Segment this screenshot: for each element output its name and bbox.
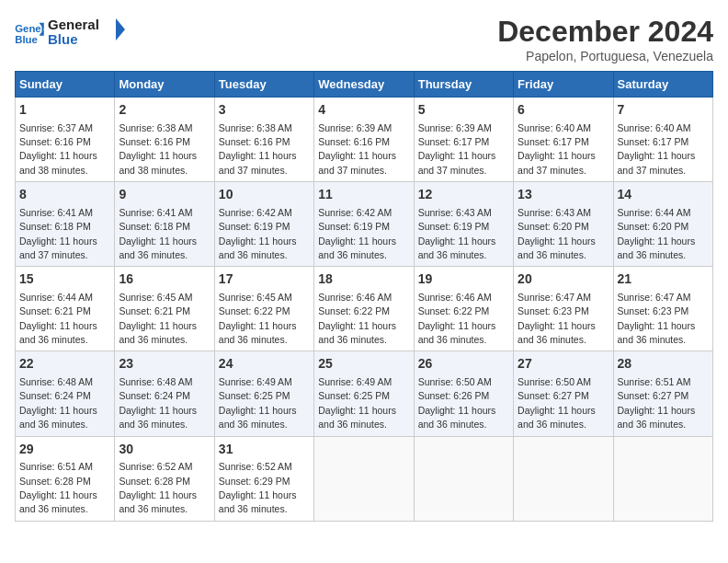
month-title: December 2024 (497, 15, 713, 49)
day-info: Sunrise: 6:49 AMSunset: 6:25 PMDaylight:… (219, 376, 297, 430)
calendar-cell: 20Sunrise: 6:47 AMSunset: 6:23 PMDayligh… (514, 267, 613, 351)
calendar-cell: 16Sunrise: 6:45 AMSunset: 6:21 PMDayligh… (115, 267, 214, 351)
day-number: 26 (418, 355, 509, 373)
day-info: Sunrise: 6:39 AMSunset: 6:17 PMDaylight:… (418, 122, 496, 176)
day-number: 13 (518, 186, 609, 204)
logo-svg: General Blue (48, 15, 131, 50)
header-tuesday: Tuesday (214, 72, 313, 98)
calendar-cell: 10Sunrise: 6:42 AMSunset: 6:19 PMDayligh… (214, 182, 313, 267)
day-number: 14 (618, 186, 709, 204)
header-saturday: Saturday (613, 72, 712, 98)
logo: General Blue General Blue (15, 15, 131, 53)
day-number: 10 (219, 186, 310, 204)
calendar-cell: 4Sunrise: 6:39 AMSunset: 6:16 PMDaylight… (314, 98, 414, 182)
day-info: Sunrise: 6:48 AMSunset: 6:24 PMDaylight:… (119, 376, 197, 430)
calendar-cell: 12Sunrise: 6:43 AMSunset: 6:19 PMDayligh… (414, 182, 513, 267)
calendar-cell: 31Sunrise: 6:52 AMSunset: 6:29 PMDayligh… (214, 436, 313, 521)
day-number: 21 (618, 270, 709, 289)
day-info: Sunrise: 6:51 AMSunset: 6:28 PMDaylight:… (19, 461, 97, 514)
day-number: 24 (219, 355, 310, 373)
svg-marker-5 (116, 18, 125, 40)
day-info: Sunrise: 6:52 AMSunset: 6:28 PMDaylight:… (119, 461, 197, 514)
calendar-cell: 9Sunrise: 6:41 AMSunset: 6:18 PMDaylight… (115, 182, 214, 267)
day-info: Sunrise: 6:52 AMSunset: 6:29 PMDaylight:… (219, 461, 297, 514)
calendar-cell: 29Sunrise: 6:51 AMSunset: 6:28 PMDayligh… (16, 436, 115, 521)
calendar-cell: 30Sunrise: 6:52 AMSunset: 6:28 PMDayligh… (115, 436, 214, 521)
header-thursday: Thursday (414, 72, 513, 98)
day-number: 16 (119, 270, 210, 289)
day-info: Sunrise: 6:42 AMSunset: 6:19 PMDaylight:… (318, 207, 396, 260)
calendar-cell: 18Sunrise: 6:46 AMSunset: 6:22 PMDayligh… (314, 267, 414, 351)
day-number: 27 (518, 355, 609, 373)
day-number: 2 (119, 101, 210, 120)
calendar-cell (613, 436, 712, 521)
svg-text:General: General (15, 23, 44, 34)
calendar-cell (414, 436, 513, 521)
day-number: 23 (119, 355, 210, 373)
day-info: Sunrise: 6:42 AMSunset: 6:19 PMDaylight:… (219, 207, 297, 260)
calendar-cell: 11Sunrise: 6:42 AMSunset: 6:19 PMDayligh… (314, 182, 414, 267)
day-info: Sunrise: 6:43 AMSunset: 6:19 PMDaylight:… (418, 207, 496, 260)
day-info: Sunrise: 6:45 AMSunset: 6:22 PMDaylight:… (219, 292, 297, 345)
page-header: General Blue General Blue December 2024 … (15, 15, 713, 63)
day-info: Sunrise: 6:47 AMSunset: 6:23 PMDaylight:… (618, 292, 696, 345)
week-row-5: 29Sunrise: 6:51 AMSunset: 6:28 PMDayligh… (16, 436, 713, 521)
day-number: 15 (19, 270, 110, 289)
calendar-cell (314, 436, 414, 521)
day-info: Sunrise: 6:39 AMSunset: 6:16 PMDaylight:… (318, 122, 396, 176)
day-number: 7 (618, 101, 709, 120)
day-number: 22 (19, 355, 110, 373)
day-info: Sunrise: 6:51 AMSunset: 6:27 PMDaylight:… (618, 376, 696, 430)
calendar-cell: 28Sunrise: 6:51 AMSunset: 6:27 PMDayligh… (613, 351, 712, 436)
header-friday: Friday (514, 72, 613, 98)
day-info: Sunrise: 6:50 AMSunset: 6:26 PMDaylight:… (418, 376, 496, 430)
day-number: 20 (518, 270, 609, 289)
calendar-cell: 26Sunrise: 6:50 AMSunset: 6:26 PMDayligh… (414, 351, 513, 436)
calendar-cell: 27Sunrise: 6:50 AMSunset: 6:27 PMDayligh… (514, 351, 613, 436)
calendar-cell: 14Sunrise: 6:44 AMSunset: 6:20 PMDayligh… (613, 182, 712, 267)
day-info: Sunrise: 6:40 AMSunset: 6:17 PMDaylight:… (618, 122, 696, 176)
calendar-body: 1Sunrise: 6:37 AMSunset: 6:16 PMDaylight… (16, 98, 713, 522)
calendar-cell: 13Sunrise: 6:43 AMSunset: 6:20 PMDayligh… (514, 182, 613, 267)
day-info: Sunrise: 6:41 AMSunset: 6:18 PMDaylight:… (19, 207, 97, 260)
calendar-cell: 8Sunrise: 6:41 AMSunset: 6:18 PMDaylight… (16, 182, 115, 267)
day-info: Sunrise: 6:50 AMSunset: 6:27 PMDaylight:… (518, 376, 596, 430)
calendar-cell (514, 436, 613, 521)
day-number: 9 (119, 186, 210, 204)
calendar-header-row: SundayMondayTuesdayWednesdayThursdayFrid… (16, 72, 713, 98)
week-row-3: 15Sunrise: 6:44 AMSunset: 6:21 PMDayligh… (16, 267, 713, 351)
week-row-4: 22Sunrise: 6:48 AMSunset: 6:24 PMDayligh… (16, 351, 713, 436)
day-number: 5 (418, 101, 509, 120)
day-number: 3 (219, 101, 310, 120)
day-info: Sunrise: 6:44 AMSunset: 6:21 PMDaylight:… (19, 292, 97, 345)
day-info: Sunrise: 6:38 AMSunset: 6:16 PMDaylight:… (219, 122, 297, 176)
day-info: Sunrise: 6:44 AMSunset: 6:20 PMDaylight:… (618, 207, 696, 260)
day-info: Sunrise: 6:41 AMSunset: 6:18 PMDaylight:… (119, 207, 197, 260)
day-info: Sunrise: 6:45 AMSunset: 6:21 PMDaylight:… (119, 292, 197, 345)
header-monday: Monday (115, 72, 214, 98)
calendar-cell: 15Sunrise: 6:44 AMSunset: 6:21 PMDayligh… (16, 267, 115, 351)
day-number: 11 (318, 186, 409, 204)
day-number: 29 (19, 441, 110, 459)
calendar-cell: 2Sunrise: 6:38 AMSunset: 6:16 PMDaylight… (115, 98, 214, 182)
calendar-cell: 22Sunrise: 6:48 AMSunset: 6:24 PMDayligh… (16, 351, 115, 436)
location: Papelon, Portuguesa, Venezuela (497, 49, 713, 63)
calendar-cell: 24Sunrise: 6:49 AMSunset: 6:25 PMDayligh… (214, 351, 313, 436)
week-row-1: 1Sunrise: 6:37 AMSunset: 6:16 PMDaylight… (16, 98, 713, 182)
day-info: Sunrise: 6:46 AMSunset: 6:22 PMDaylight:… (418, 292, 496, 345)
calendar-cell: 17Sunrise: 6:45 AMSunset: 6:22 PMDayligh… (214, 267, 313, 351)
calendar-cell: 23Sunrise: 6:48 AMSunset: 6:24 PMDayligh… (115, 351, 214, 436)
header-wednesday: Wednesday (314, 72, 414, 98)
calendar-cell: 25Sunrise: 6:49 AMSunset: 6:25 PMDayligh… (314, 351, 414, 436)
day-number: 19 (418, 270, 509, 289)
day-number: 18 (318, 270, 409, 289)
calendar-cell: 1Sunrise: 6:37 AMSunset: 6:16 PMDaylight… (16, 98, 115, 182)
day-info: Sunrise: 6:38 AMSunset: 6:16 PMDaylight:… (119, 122, 197, 176)
day-number: 4 (318, 101, 409, 120)
calendar-cell: 6Sunrise: 6:40 AMSunset: 6:17 PMDaylight… (514, 98, 613, 182)
day-info: Sunrise: 6:47 AMSunset: 6:23 PMDaylight:… (518, 292, 596, 345)
day-number: 30 (119, 441, 210, 459)
calendar-cell: 21Sunrise: 6:47 AMSunset: 6:23 PMDayligh… (613, 267, 712, 351)
day-number: 28 (618, 355, 709, 373)
day-number: 17 (219, 270, 310, 289)
